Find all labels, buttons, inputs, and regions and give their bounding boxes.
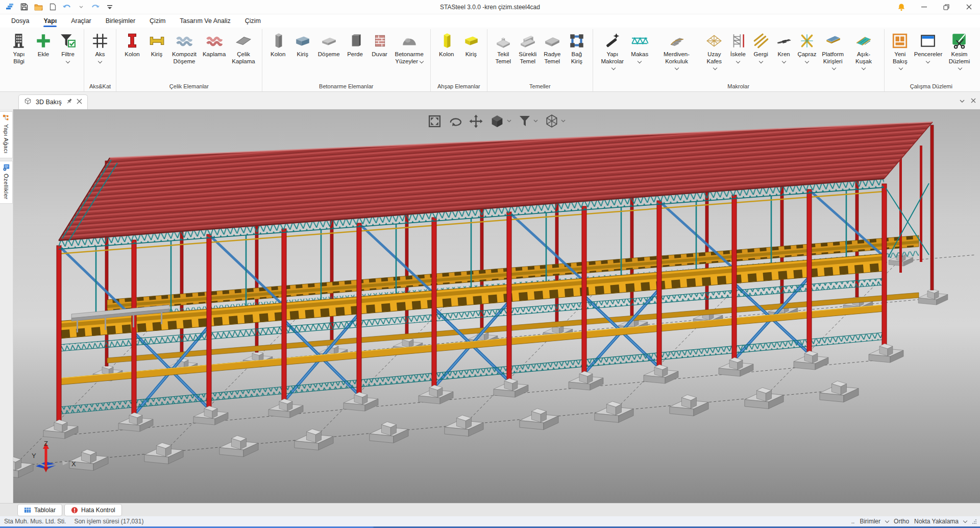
yeni-bakis-button[interactable]: Yeni Bakış	[888, 30, 912, 73]
tab-list-chevron-icon[interactable]	[960, 96, 965, 105]
merdiven-korkuluk-button[interactable]: Merdiven-Korkuluk	[651, 30, 702, 70]
save-icon[interactable]	[19, 3, 29, 12]
makas-button[interactable]: Makas	[628, 30, 651, 64]
betonarme-kiris-button[interactable]: Kiriş	[290, 30, 315, 59]
raft-footing-icon	[543, 32, 561, 50]
snap-dropdown[interactable]: Nokta Yakalama	[914, 518, 959, 525]
pan-icon[interactable]	[469, 114, 483, 128]
menu-dosya[interactable]: Dosya	[5, 15, 35, 27]
betonarme-yuzeyler-button[interactable]: Betonarme Yüzeyler	[392, 30, 427, 66]
radye-temel-button[interactable]: Radye Temel	[540, 30, 565, 66]
bag-kiris-button[interactable]: Bağ Kiriş	[565, 30, 589, 66]
resize-grip-icon[interactable]	[972, 519, 977, 524]
viewport-3d[interactable]: Z Y X	[13, 109, 980, 503]
shaded-cube-icon[interactable]	[489, 114, 511, 128]
view-filter-icon[interactable]	[518, 114, 538, 128]
undo-icon[interactable]	[62, 3, 71, 12]
tab-hata-kontrol[interactable]: Hata Kontrol	[64, 504, 122, 516]
chevron-down-icon	[66, 59, 70, 63]
menu-tasarim-ve-analiz[interactable]: Tasarım Ve Analiz	[174, 15, 236, 27]
ekle-button[interactable]: Ekle	[31, 30, 56, 59]
open-folder-icon[interactable]	[34, 3, 43, 12]
ahsap-kiris-button[interactable]: Kiriş	[459, 30, 483, 59]
filtre-button[interactable]: Filtre	[56, 30, 80, 64]
customize-toolbar-icon[interactable]	[105, 3, 114, 12]
iskele-button[interactable]: İskele	[726, 30, 749, 64]
yapi-bilgi-button[interactable]: Yapı Bilgi	[7, 30, 31, 66]
tab-label: 3D Bakış	[36, 99, 62, 106]
uzay-kafes-button[interactable]: Uzay Kafes	[702, 30, 726, 73]
svg-text:Z: Z	[44, 440, 48, 447]
kaplama-button[interactable]: Kaplama	[200, 30, 229, 59]
kompozit-doseme-button[interactable]: Kompozit Döşeme	[169, 30, 200, 66]
close-tab-icon[interactable]	[77, 99, 82, 106]
pencereler-button[interactable]: Pencereler	[912, 30, 944, 64]
close-all-icon[interactable]	[971, 96, 976, 105]
brick-wall-icon	[371, 32, 389, 50]
platform-kirisleri-button[interactable]: Platform Kirişleri	[819, 30, 847, 73]
sidebar-tab-ozellikler[interactable]: Özellikler	[0, 161, 13, 204]
app-logo-icon[interactable]	[5, 3, 14, 12]
minimize-button[interactable]	[913, 0, 935, 14]
celik-kolon-button[interactable]: Kolon	[120, 30, 144, 59]
kesim-duzlemi-button[interactable]: Kesim Düzlemi	[944, 30, 974, 73]
concrete-beam-icon	[293, 32, 312, 50]
chevron-down-icon[interactable]	[885, 519, 889, 523]
duvar-button[interactable]: Duvar	[368, 30, 392, 59]
celik-kiris-button[interactable]: Kiriş	[144, 30, 169, 59]
perde-button[interactable]: Perde	[343, 30, 368, 59]
wireframe-cube-icon[interactable]	[545, 114, 566, 128]
aks-button[interactable]: Aks	[88, 30, 112, 64]
fit-view-icon[interactable]	[428, 114, 442, 128]
menu-yapi[interactable]: Yapı	[37, 15, 63, 27]
surekli-temel-button[interactable]: Sürekli Temel	[516, 30, 540, 66]
chevron-down-icon	[611, 66, 616, 70]
kren-button[interactable]: Kren	[772, 30, 795, 64]
new-file-icon[interactable]	[48, 3, 57, 12]
chevron-down-icon	[926, 59, 930, 63]
button-label: Tekil Temel	[495, 51, 511, 64]
concrete-column-icon	[269, 32, 287, 50]
tab-3d-bakis[interactable]: 3D Bakış	[18, 94, 88, 109]
yapi-makrolar-button[interactable]: Yapı Makrolar	[597, 30, 628, 73]
betonarme-kolon-button[interactable]: Kolon	[266, 30, 290, 59]
tekil-temel-button[interactable]: Tekil Temel	[491, 30, 516, 66]
redo-icon[interactable]	[91, 3, 100, 12]
notification-bell-icon[interactable]	[890, 3, 913, 11]
button-label: Kolon	[125, 51, 139, 57]
menu-cizim-1[interactable]: Çizim	[143, 15, 172, 27]
orbit-icon[interactable]	[448, 115, 462, 127]
chevron-down-icon	[781, 59, 786, 63]
chevron-down-icon	[736, 59, 740, 63]
menu-cizim-2[interactable]: Çizim	[239, 15, 267, 27]
group-label: Aks&Kat	[88, 82, 112, 91]
shear-wall-icon	[346, 32, 364, 50]
ortho-toggle[interactable]: Ortho	[894, 518, 909, 525]
menu-araclar[interactable]: Araçlar	[65, 15, 97, 27]
asik-kusak-button[interactable]: Aşık-Kuşak	[847, 30, 880, 70]
structure-tree-icon	[3, 114, 10, 122]
status-dots[interactable]: ..	[851, 518, 855, 525]
section-plane-icon	[950, 32, 968, 50]
close-button[interactable]	[958, 0, 980, 14]
tab-tablolar[interactable]: Tablolar	[17, 504, 62, 516]
viewport-toolbar	[428, 114, 566, 128]
button-label: Çapraz	[797, 51, 816, 57]
capraz-button[interactable]: Çapraz	[795, 30, 819, 64]
doseme-button[interactable]: Döşeme	[315, 30, 343, 59]
3d-model-canvas[interactable]	[13, 109, 980, 503]
celik-kaplama-button[interactable]: Çelik Kaplama	[229, 30, 258, 66]
ahsap-kolon-button[interactable]: Kolon	[434, 30, 459, 59]
restore-button[interactable]	[935, 0, 958, 14]
gergi-button[interactable]: Gergi	[749, 30, 772, 64]
units-dropdown[interactable]: Birimler	[860, 518, 880, 525]
sidebar-tab-yapi-agaci[interactable]: Yapı Ağacı	[0, 111, 13, 158]
chevron-down-icon[interactable]	[963, 519, 967, 523]
button-label: Yeni Bakış	[893, 51, 908, 64]
unpin-icon[interactable]	[66, 98, 72, 106]
undo-history-chevron-icon[interactable]	[77, 3, 86, 12]
group-label: Makrolar	[726, 82, 750, 91]
plus-icon	[34, 32, 53, 50]
menu-birlesimler[interactable]: Birleşimler	[100, 15, 141, 27]
button-label: Betonarme Yüzeyler	[395, 51, 424, 64]
